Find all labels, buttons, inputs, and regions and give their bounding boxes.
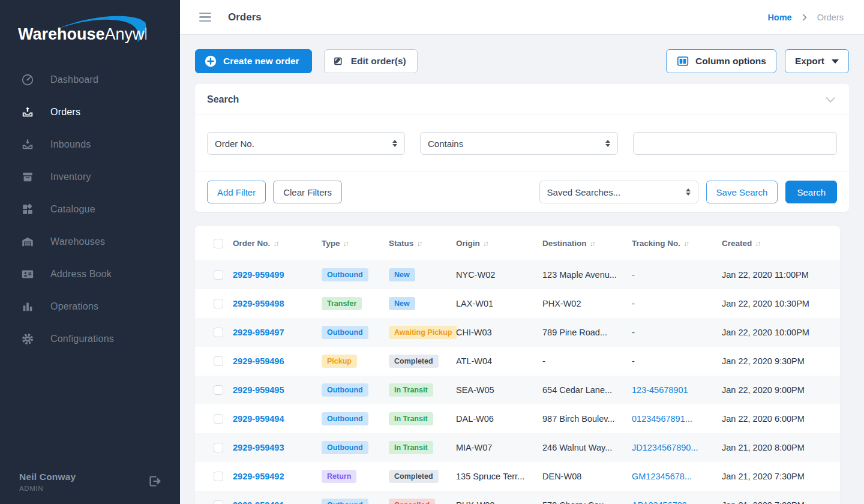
order-number-link[interactable]: 2929-959496 bbox=[233, 356, 322, 366]
row-checkbox[interactable] bbox=[214, 472, 223, 481]
sidebar-item-inventory[interactable]: Inventory bbox=[0, 161, 180, 193]
sidebar-item-address-book[interactable]: Address Book bbox=[0, 258, 180, 290]
tracking-link[interactable]: AB123456789... bbox=[632, 500, 722, 504]
tracking-link[interactable]: JD1234567890... bbox=[632, 443, 722, 452]
col-header-type[interactable]: Type↓↑ bbox=[322, 239, 389, 248]
sidebar-item-configurations[interactable]: Configurations bbox=[0, 323, 180, 355]
col-header-tracking[interactable]: Tracking No.↓↑ bbox=[632, 239, 722, 248]
filter-field-value: Order No. bbox=[215, 139, 388, 149]
brand-name-bold: Warehouse bbox=[18, 25, 105, 43]
tracking-link[interactable]: GM12345678... bbox=[632, 472, 722, 481]
column-options-button[interactable]: Column options bbox=[666, 49, 776, 73]
origin-cell: NYC-W02 bbox=[456, 270, 542, 280]
clear-filters-button[interactable]: Clear Filters bbox=[273, 181, 342, 203]
col-header-created[interactable]: Created↓↑ bbox=[722, 239, 840, 248]
table-row: 2929-959491 Outbound Cancelled PHX-W09 5… bbox=[195, 491, 840, 504]
order-number-link[interactable]: 2929-959495 bbox=[233, 385, 322, 395]
type-badge: Pickup bbox=[322, 355, 357, 368]
table-row: 2929-959492 Return Completed 135 Spruce … bbox=[195, 462, 840, 491]
order-number-link[interactable]: 2929-959492 bbox=[233, 472, 322, 481]
user-role: ADMIN bbox=[19, 485, 148, 492]
export-button[interactable]: Export bbox=[785, 49, 849, 73]
sidebar-item-warehouses[interactable]: Warehouses bbox=[0, 226, 180, 258]
row-checkbox[interactable] bbox=[214, 443, 223, 452]
sidebar-item-operations[interactable]: Operations bbox=[0, 290, 180, 323]
search-panel-header: Search bbox=[195, 84, 849, 115]
tracking-cell: - bbox=[632, 270, 722, 280]
plus-circle-icon bbox=[204, 55, 217, 68]
col-header-origin[interactable]: Origin↓↑ bbox=[456, 239, 542, 248]
chevron-down-icon[interactable] bbox=[824, 93, 837, 106]
filter-operator-select[interactable]: Contains bbox=[420, 132, 618, 155]
sidebar-item-orders[interactable]: Orders bbox=[0, 96, 180, 128]
sort-icon: ↓↑ bbox=[590, 239, 596, 248]
table-row: 2929-959496 Pickup Completed ATL-W04 - -… bbox=[195, 347, 840, 376]
search-panel: Search Order No. Contains Add Filter Cle bbox=[195, 84, 849, 212]
row-checkbox[interactable] bbox=[214, 299, 223, 308]
order-number-link[interactable]: 2929-959498 bbox=[233, 299, 322, 308]
edit-orders-button[interactable]: Edit order(s) bbox=[324, 49, 418, 73]
order-number-link[interactable]: 2929-959497 bbox=[233, 328, 322, 337]
sidebar-item-inbounds[interactable]: Inbounds bbox=[0, 128, 180, 161]
status-badge: In Transit bbox=[389, 383, 433, 397]
sidebar-item-dashboard[interactable]: Dashboard bbox=[0, 64, 180, 96]
created-cell: Jan 22, 2020 10:00PM bbox=[722, 328, 840, 337]
tracking-link[interactable]: 123-45678901 bbox=[632, 385, 722, 395]
sort-icon: ↓↑ bbox=[683, 239, 689, 248]
origin-cell: MIA-W07 bbox=[456, 443, 542, 452]
col-header-destination[interactable]: Destination↓↑ bbox=[542, 239, 632, 248]
order-number-link[interactable]: 2929-959494 bbox=[233, 414, 322, 424]
sort-icon: ↓↑ bbox=[343, 239, 349, 248]
page-title: Orders bbox=[228, 11, 262, 23]
row-checkbox[interactable] bbox=[214, 385, 223, 395]
order-number-link[interactable]: 2929-959493 bbox=[233, 443, 322, 452]
col-header-status[interactable]: Status↓↑ bbox=[389, 239, 456, 248]
user-block: Neil Conway ADMIN bbox=[0, 472, 180, 504]
destination-cell: 987 Birch Boulev... bbox=[542, 414, 632, 424]
search-panel-title: Search bbox=[207, 94, 239, 105]
order-number-link[interactable]: 2929-959499 bbox=[233, 270, 322, 280]
orders-toolbar: Create new order Edit order(s) Column op… bbox=[195, 49, 849, 73]
search-button[interactable]: Search bbox=[785, 181, 837, 203]
export-label: Export bbox=[795, 56, 824, 67]
col-header-order-no[interactable]: Order No.↓↑ bbox=[233, 239, 322, 248]
breadcrumb-current: Orders bbox=[817, 13, 844, 22]
sidebar-item-label: Inventory bbox=[50, 172, 91, 182]
sidebar-item-label: Inbounds bbox=[50, 139, 91, 150]
menu-toggle-icon[interactable] bbox=[198, 10, 212, 25]
row-checkbox[interactable] bbox=[214, 270, 223, 280]
gauge-icon bbox=[20, 73, 35, 87]
create-order-button[interactable]: Create new order bbox=[195, 49, 312, 73]
top-bar: Orders Home Orders bbox=[180, 0, 864, 35]
type-badge: Outbound bbox=[322, 326, 368, 339]
table-body: 2929-959499 Outbound New NYC-W02 123 Map… bbox=[195, 260, 840, 504]
sidebar-item-catalogue[interactable]: Catalogue bbox=[0, 193, 180, 226]
save-search-button[interactable]: Save Search bbox=[706, 181, 778, 203]
breadcrumb-home-link[interactable]: Home bbox=[767, 13, 791, 22]
add-filter-button[interactable]: Add Filter bbox=[207, 181, 266, 203]
type-badge: Return bbox=[322, 470, 356, 483]
row-checkbox[interactable] bbox=[214, 356, 223, 366]
table-row: 2929-959495 Outbound In Transit SEA-W05 … bbox=[195, 376, 840, 404]
saved-searches-select[interactable]: Saved Searches... bbox=[539, 181, 698, 203]
origin-cell: DAL-W06 bbox=[456, 414, 542, 424]
origin-cell: LAX-W01 bbox=[456, 299, 542, 308]
filter-field-select[interactable]: Order No. bbox=[207, 132, 405, 155]
table-row: 2929-959493 Outbound In Transit MIA-W07 … bbox=[195, 433, 840, 462]
origin-cell: CHI-W03 bbox=[456, 328, 542, 337]
orders-table: Order No.↓↑ Type↓↑ Status↓↑ Origin↓↑ Des… bbox=[195, 226, 840, 504]
logout-icon[interactable] bbox=[148, 474, 163, 490]
destination-cell: 579 Cherry Cou... bbox=[542, 500, 632, 504]
filter-row: Order No. Contains bbox=[195, 115, 849, 172]
row-checkbox[interactable] bbox=[214, 500, 223, 504]
row-checkbox[interactable] bbox=[214, 414, 223, 424]
table-row: 2929-959497 Outbound Awaiting Pickup CHI… bbox=[195, 318, 840, 347]
tracking-cell: - bbox=[632, 328, 722, 337]
filter-value-input[interactable] bbox=[633, 132, 837, 155]
select-all-checkbox[interactable] bbox=[214, 239, 223, 248]
tracking-link[interactable]: 01234567891... bbox=[632, 414, 722, 424]
destination-cell: PHX-W02 bbox=[542, 299, 632, 308]
sidebar-item-label: Dashboard bbox=[50, 74, 98, 85]
row-checkbox[interactable] bbox=[214, 328, 223, 337]
order-number-link[interactable]: 2929-959491 bbox=[233, 500, 322, 504]
